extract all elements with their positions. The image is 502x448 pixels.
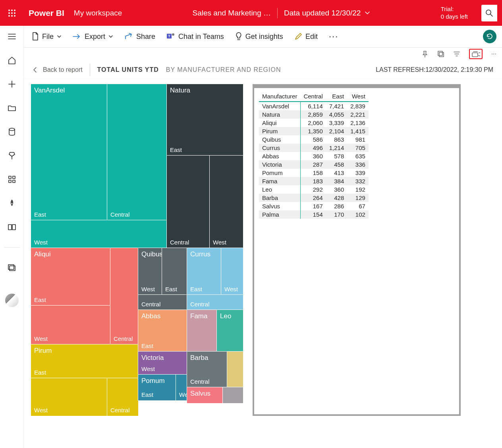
reset-button[interactable] <box>483 30 496 43</box>
filter-icon[interactable] <box>453 51 460 57</box>
table-row[interactable]: Victoria287458336 <box>259 160 369 169</box>
treemap-cell[interactable]: Central <box>138 295 187 310</box>
treemap-cell[interactable]: VanArsdelEast <box>31 84 107 220</box>
table-row[interactable]: Palma154170102 <box>259 210 369 219</box>
treemap-cell[interactable]: QuibusWest <box>138 248 162 295</box>
treemap-cell[interactable]: Central <box>110 248 138 344</box>
workspace-avatar[interactable] <box>5 294 19 307</box>
treemap-cell[interactable]: CurrusEast <box>187 248 221 295</box>
table-header-cell[interactable]: West <box>347 91 369 102</box>
table-row[interactable]: Salvus16728667 <box>259 202 369 210</box>
treemap-cell[interactable]: BarbaCentral <box>187 352 227 387</box>
table-row[interactable]: Pomum158413339 <box>259 169 369 177</box>
search-button[interactable] <box>481 5 497 21</box>
table-row[interactable]: Aliqui2,0603,3392,136 <box>259 119 369 127</box>
treemap-cell[interactable]: VictoriaWest <box>138 352 187 375</box>
more-options-button[interactable]: ··· <box>329 31 338 42</box>
table-cell: Aliqui <box>259 119 300 127</box>
get-insights-button[interactable]: Get insights <box>235 32 283 41</box>
table-row[interactable]: Barba264428129 <box>259 194 369 202</box>
workspaces-button[interactable] <box>6 262 18 274</box>
menu-toggle-button[interactable] <box>6 31 18 42</box>
treemap-cell-title: Fama <box>190 312 207 320</box>
treemap-cell[interactable]: Leo <box>217 310 243 352</box>
treemap-cell[interactable]: PomumEast <box>138 375 176 400</box>
treemap-cell-region: West <box>34 407 48 413</box>
treemap-cell[interactable]: West <box>31 220 167 248</box>
report-name[interactable]: Sales and Marketing … <box>193 9 271 17</box>
export-menu[interactable]: Export <box>73 33 113 41</box>
data-table-scroll[interactable]: ManufacturerCentralEastWest VanArsdel6,1… <box>254 88 459 414</box>
table-row[interactable]: Pirum1,3502,1041,415 <box>259 127 369 135</box>
chat-teams-button[interactable]: T Chat in Teams <box>166 33 224 41</box>
treemap-cell-title: Currus <box>190 250 210 258</box>
trial-status[interactable]: Trial: 0 days left <box>441 6 468 21</box>
treemap-cell[interactable]: Fama <box>187 310 217 352</box>
copy-icon[interactable] <box>437 50 444 58</box>
visual-subtitle: BY MANUFACTURER AND REGION <box>166 66 281 73</box>
table-cell: 578 <box>326 152 348 160</box>
treemap-cell[interactable]: Central <box>107 84 167 220</box>
table-cell: Salvus <box>259 202 300 210</box>
treemap-visual[interactable]: VanArsdelEastCentralWestNaturaEastCentra… <box>31 84 243 416</box>
data-hub-button[interactable] <box>6 126 18 138</box>
treemap-cell-title: Quibus <box>141 250 162 258</box>
create-button[interactable] <box>6 78 18 90</box>
treemap-cell[interactable]: Central <box>167 156 210 248</box>
workspace-name[interactable]: My workspace <box>74 9 122 17</box>
treemap-cell[interactable]: West <box>221 248 243 295</box>
treemap-cell-region: West <box>34 239 48 246</box>
table-row[interactable]: Fama183384332 <box>259 177 369 185</box>
treemap-cell[interactable] <box>223 387 243 403</box>
table-header-cell[interactable]: East <box>326 91 348 102</box>
svg-rect-19 <box>10 266 15 271</box>
file-menu[interactable]: File <box>32 32 62 41</box>
switch-layout-button[interactable] <box>469 49 483 59</box>
treemap-cell[interactable]: AliquiEast <box>31 248 110 306</box>
table-row[interactable]: Leo292360192 <box>259 185 369 194</box>
treemap-cell-title: Aliqui <box>34 250 51 258</box>
apps-button[interactable] <box>6 173 18 185</box>
treemap-cell-region: East <box>141 391 153 398</box>
treemap-cell[interactable]: West <box>31 378 107 416</box>
metrics-button[interactable] <box>6 150 18 162</box>
learn-button[interactable] <box>6 221 18 233</box>
treemap-cell[interactable]: East <box>162 248 187 295</box>
table-row[interactable]: Natura2,8594,0552,221 <box>259 110 369 119</box>
treemap-cell[interactable]: AbbasEast <box>138 310 187 352</box>
treemap-cell[interactable] <box>227 352 243 387</box>
table-cell: Abbas <box>259 152 300 160</box>
table-cell: 102 <box>347 210 369 219</box>
product-logo[interactable]: Power BI <box>29 8 64 18</box>
more-icon[interactable]: ··· <box>491 50 496 58</box>
treemap-cell[interactable]: West <box>31 306 110 344</box>
treemap-cell[interactable]: NaturaEast <box>167 84 243 156</box>
treemap-cell[interactable]: Salvus <box>187 387 223 403</box>
table-cell: 183 <box>300 177 326 185</box>
home-button[interactable] <box>6 54 18 66</box>
file-icon <box>32 32 39 41</box>
treemap-cell[interactable]: West <box>176 375 187 400</box>
back-to-report-button[interactable]: Back to report <box>33 66 83 73</box>
table-row[interactable]: Quibus586863981 <box>259 135 369 144</box>
app-launcher-icon[interactable] <box>5 6 19 20</box>
edit-button[interactable]: Edit <box>294 33 318 41</box>
pin-icon[interactable] <box>421 50 429 58</box>
chevron-down-icon <box>108 34 113 39</box>
share-button[interactable]: Share <box>124 33 155 41</box>
treemap-cell[interactable]: PirumEast <box>31 344 138 378</box>
table-row[interactable]: VanArsdel6,1147,4212,839 <box>259 102 369 110</box>
treemap-cell[interactable]: Central <box>107 378 138 416</box>
data-updated-dropdown[interactable]: Data updated 12/30/22 <box>284 9 370 17</box>
table-row[interactable]: Abbas360578635 <box>259 152 369 160</box>
deployment-button[interactable] <box>6 197 18 209</box>
browse-button[interactable] <box>6 102 18 114</box>
treemap-cell[interactable]: Central <box>187 295 243 310</box>
treemap-cell[interactable]: West <box>210 156 243 248</box>
treemap-cell-region: East <box>190 286 202 292</box>
table-header-cell[interactable]: Central <box>300 91 326 102</box>
table-cell: 6,114 <box>300 102 326 110</box>
table-row[interactable]: Currus4961,214705 <box>259 144 369 152</box>
divider <box>4 247 20 248</box>
table-header-cell[interactable]: Manufacturer <box>259 91 300 102</box>
